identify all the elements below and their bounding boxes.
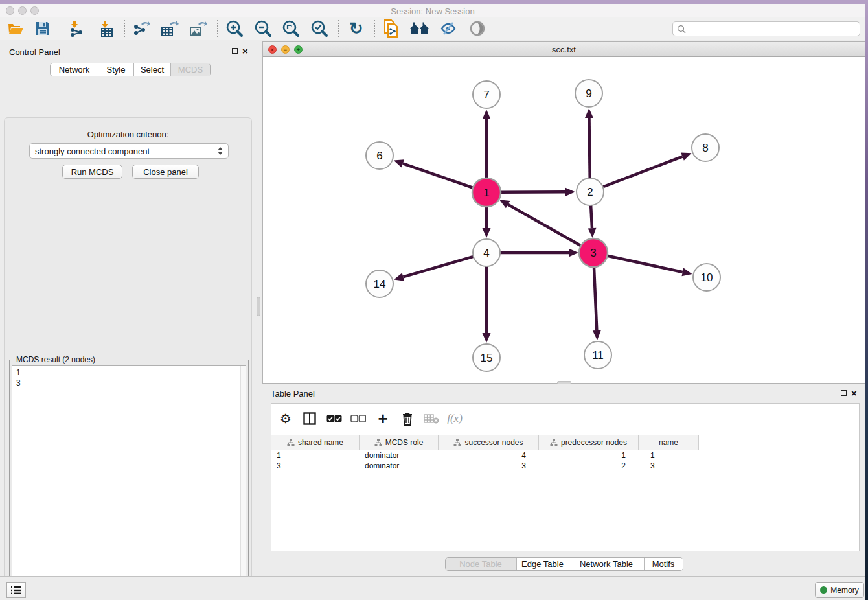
horizontal-splitter-handle[interactable] <box>557 381 571 384</box>
edge-4-15[interactable] <box>483 266 491 343</box>
zoom-out-button[interactable] <box>253 19 273 38</box>
zoom-selected-button[interactable] <box>309 19 330 38</box>
export-network-button[interactable] <box>131 19 152 38</box>
run-mcds-button[interactable]: Run MCDS <box>62 165 122 179</box>
table-row[interactable]: 1dominator411 <box>271 450 859 461</box>
column-header-successor-nodes[interactable]: successor nodes <box>439 435 539 450</box>
settings-gear-button[interactable]: ⚙ <box>276 409 295 428</box>
node-label: 2 <box>587 186 593 198</box>
zoom-fit-button[interactable] <box>280 19 301 38</box>
tab-select[interactable]: Select <box>134 63 171 76</box>
graph-node-1[interactable]: 1 <box>472 178 501 207</box>
table-row[interactable]: 3dominator323 <box>271 461 859 471</box>
tab-style[interactable]: Style <box>98 63 134 76</box>
edge-1-6[interactable] <box>394 159 474 188</box>
cell-successor-nodes[interactable]: 3 <box>439 461 539 471</box>
tab-edge-table[interactable]: Edge Table <box>517 558 569 570</box>
node-label: 9 <box>586 87 591 100</box>
export-image-button[interactable] <box>188 19 209 38</box>
graph-node-2[interactable]: 2 <box>577 178 604 205</box>
unselect-all-button[interactable] <box>348 409 368 428</box>
show-columns-button[interactable] <box>300 409 319 428</box>
table-header: shared nameMCDS rolesuccessor nodesprede… <box>271 435 699 450</box>
edge-1-2[interactable] <box>500 188 575 196</box>
export-table-button[interactable] <box>159 19 180 38</box>
refresh-layout-button[interactable]: ↻ <box>346 19 367 38</box>
column-header-mcds-role[interactable]: MCDS role <box>360 435 439 450</box>
mcds-result-list[interactable]: 13 <box>12 365 246 600</box>
import-table-button[interactable] <box>97 19 117 38</box>
graph-node-10[interactable]: 10 <box>693 264 720 291</box>
graph-node-4[interactable]: 4 <box>473 239 500 266</box>
criterion-select[interactable]: strongly connected component <box>29 143 229 159</box>
toolbar-separator <box>338 20 339 37</box>
graph-node-9[interactable]: 9 <box>575 80 602 107</box>
close-panel-button[interactable]: Close panel <box>132 165 199 179</box>
open-file-button[interactable] <box>5 19 26 38</box>
float-table-panel-icon[interactable] <box>841 390 847 396</box>
edge-1-4[interactable] <box>483 206 491 238</box>
cell-predecessor-nodes[interactable]: 1 <box>539 450 639 461</box>
memory-button[interactable]: Memory <box>815 582 864 598</box>
tab-network[interactable]: Network <box>51 63 98 76</box>
cell-name[interactable]: 3 <box>639 461 699 471</box>
graph-node-14[interactable]: 14 <box>366 270 393 297</box>
close-table-panel-icon[interactable]: × <box>851 389 857 397</box>
vertical-splitter-handle[interactable] <box>257 297 260 316</box>
graph-node-11[interactable]: 11 <box>584 341 611 369</box>
result-scrollbar[interactable] <box>240 366 246 599</box>
titlebar: Session: New Session <box>0 4 865 17</box>
close-panel-icon[interactable]: × <box>242 47 248 54</box>
cell-shared-name[interactable]: 1 <box>271 450 360 461</box>
edge-4-3[interactable] <box>500 249 578 257</box>
edge-3-10[interactable] <box>607 255 692 276</box>
delete-column-button[interactable] <box>422 409 441 428</box>
attribute-tree-icon <box>550 439 558 446</box>
cell-shared-name[interactable]: 3 <box>271 461 360 471</box>
search-box[interactable] <box>672 21 860 36</box>
select-all-button[interactable] <box>325 409 344 428</box>
graph-node-15[interactable]: 15 <box>473 344 500 371</box>
cell-name[interactable]: 1 <box>639 450 699 461</box>
tab-motifs[interactable]: Motifs <box>645 558 683 570</box>
cell-predecessor-nodes[interactable]: 2 <box>539 461 639 471</box>
edge-3-1[interactable] <box>499 200 582 246</box>
function-builder-button[interactable]: f(x) <box>445 409 464 428</box>
search-input[interactable] <box>686 25 860 34</box>
column-header-shared-name[interactable]: shared name <box>271 435 360 450</box>
tab-node-table[interactable]: Node Table <box>446 558 517 570</box>
edge-2-8[interactable] <box>603 152 692 187</box>
float-panel-icon[interactable] <box>232 48 238 54</box>
attribute-tree-icon <box>287 439 295 446</box>
select-stepper-icon <box>218 147 223 155</box>
edge-4-14[interactable] <box>394 257 474 281</box>
import-network-button[interactable] <box>66 19 87 38</box>
graph-node-3[interactable]: 3 <box>579 238 608 267</box>
home-button[interactable] <box>409 19 430 38</box>
edge-2-3[interactable] <box>588 205 596 238</box>
save-session-button[interactable] <box>32 19 53 38</box>
cell-successor-nodes[interactable]: 4 <box>439 450 539 461</box>
task-history-button[interactable] <box>6 582 26 598</box>
cell-mcds-role[interactable]: dominator <box>360 450 439 461</box>
zoom-in-button[interactable] <box>224 19 245 38</box>
graph-node-6[interactable]: 6 <box>366 142 393 169</box>
tab-network-table[interactable]: Network Table <box>569 558 645 570</box>
column-header-name[interactable]: name <box>639 435 699 450</box>
edge-3-11[interactable] <box>593 266 601 340</box>
edge-2-9[interactable] <box>585 108 593 178</box>
table-panel-title: Table Panel <box>271 389 315 398</box>
graph-node-7[interactable]: 7 <box>473 81 500 108</box>
hide-panels-button[interactable] <box>438 19 459 38</box>
cell-mcds-role[interactable]: dominator <box>360 461 439 471</box>
graph-node-8[interactable]: 8 <box>692 134 719 161</box>
show-graphics-button[interactable] <box>467 19 488 38</box>
edge-1-7[interactable] <box>483 110 491 179</box>
delete-row-button[interactable] <box>398 409 417 428</box>
tab-mcds[interactable]: MCDS <box>171 63 210 76</box>
column-header-predecessor-nodes[interactable]: predecessor nodes <box>539 435 639 450</box>
table-card: ⚙ <box>271 403 860 551</box>
add-row-button[interactable]: + <box>373 409 393 428</box>
network-canvas[interactable]: 7968124314101511 <box>263 57 865 383</box>
duplicate-network-button[interactable] <box>381 19 402 38</box>
